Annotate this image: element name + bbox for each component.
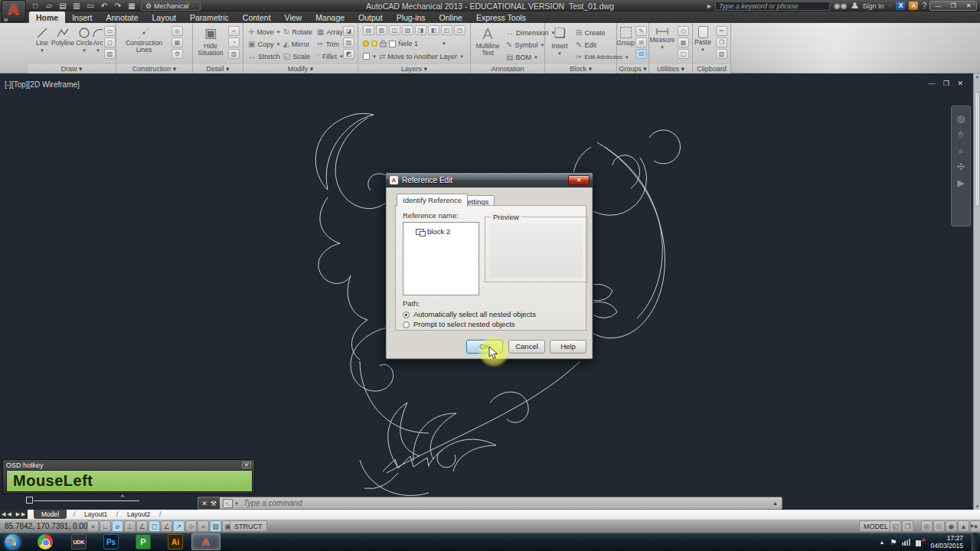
command-input[interactable] <box>239 499 773 507</box>
tab-content[interactable]: Content <box>236 11 278 23</box>
stretch-button[interactable]: ↔Stretch <box>248 51 280 62</box>
osd-close-icon[interactable]: ✕ <box>242 461 251 468</box>
search-expand-icon[interactable]: ▸ <box>707 2 711 10</box>
reference-item-block2[interactable]: block 2 <box>416 227 479 236</box>
layer-off-icon[interactable]: ◧ <box>428 25 439 35</box>
id-point-icon[interactable]: ◇ <box>678 26 689 36</box>
layer-lock-icon[interactable]: ◰ <box>441 25 452 35</box>
start-button[interactable] <box>5 534 21 550</box>
dynamic-input-toggle[interactable]: ＋ <box>198 520 209 532</box>
help-icon[interactable]: ? <box>922 2 926 10</box>
panel-label-detail[interactable]: Detail ▾ <box>193 64 243 73</box>
3d-osnap-toggle[interactable]: ∠ <box>161 520 172 532</box>
match-properties-icon[interactable]: ▧ <box>716 49 727 59</box>
bom-button[interactable]: ▤BOM▼ <box>506 51 538 63</box>
layer-selector[interactable]: Ñele 1 ▼ <box>363 40 446 47</box>
exchange-apps-icon[interactable]: X <box>896 2 905 10</box>
orbit-icon[interactable]: ✣ <box>957 162 965 171</box>
layer-unlock-icon[interactable]: ◳ <box>454 25 466 35</box>
autocad-app-button[interactable]: A M <box>2 0 26 22</box>
lock-ui-icon[interactable]: ⚿︎ <box>933 520 945 532</box>
status-bar-menu-icon[interactable]: ▼ <box>969 523 975 529</box>
sign-in-button[interactable]: Sign In <box>862 2 884 10</box>
tab-insert[interactable]: Insert <box>65 11 99 23</box>
scrollbar-thumb[interactable] <box>975 92 980 207</box>
dialog-close-button[interactable]: ✕ <box>568 175 590 185</box>
detail-zoom-icon[interactable]: ◔ <box>228 37 240 47</box>
save-icon[interactable]: ▤ <box>58 2 67 11</box>
trim-button[interactable]: ✂︎Trim▼ <box>317 38 346 50</box>
fullnav-wheel-icon[interactable]: ◍ <box>957 114 965 123</box>
group-button[interactable]: Group <box>615 24 636 47</box>
tab-parametric[interactable]: Parametric <box>183 11 236 23</box>
layer-isolate-icon[interactable]: ▧ <box>402 25 413 35</box>
edit-hatch-icon[interactable]: ▨ <box>343 37 354 47</box>
tab-model[interactable]: Model <box>34 510 67 519</box>
binoculars-icon[interactable]: ◉◉ <box>834 2 847 10</box>
layer-properties-icon[interactable]: ▤ <box>363 25 374 35</box>
taskbar-udk[interactable]: UDK <box>64 533 93 550</box>
move-button[interactable]: ✛Move▼ <box>248 26 280 37</box>
autodesk360-icon[interactable]: A <box>909 2 918 10</box>
tab-annotate[interactable]: Annotate <box>99 11 145 23</box>
radio-auto-select[interactable]: Automatically select all nested objects <box>403 310 536 318</box>
quick-view-drawings-icon[interactable]: ❐ <box>902 520 913 532</box>
restore-button[interactable]: ❐ <box>946 2 961 10</box>
insert-block-button[interactable]: ❏ Insert▼ <box>547 24 573 57</box>
annotation-scale-icon[interactable]: ◎ <box>921 520 933 532</box>
redo-icon[interactable]: ↷ <box>113 2 122 11</box>
panel-label-layers[interactable]: Layers ▾ <box>358 64 470 73</box>
detail-view-icon[interactable]: ⌐ <box>228 26 240 36</box>
struct-button[interactable]: STRUCT <box>230 520 267 532</box>
sheet-set-icon[interactable]: ▦ <box>127 2 136 11</box>
tab-output[interactable]: Output <box>351 11 390 23</box>
erase-icon[interactable]: ◪ <box>343 26 354 36</box>
help-button[interactable]: Help <box>550 340 586 354</box>
mirror-button[interactable]: ◭Mirror <box>283 38 309 50</box>
osd-slider[interactable]: ^ <box>26 496 141 505</box>
undo-icon[interactable]: ↶ <box>100 2 109 11</box>
snap-mode-toggle[interactable]: ∟ <box>100 520 111 532</box>
scroll-down-icon[interactable]: ▼ <box>974 504 980 509</box>
edit-block-button[interactable]: ✎Edit <box>576 39 596 51</box>
panel-label-utilities[interactable]: Utilities ▾ <box>649 64 692 73</box>
move-to-layer-button[interactable]: ▼ ⇄ Move to Another Layer ▼ <box>363 52 464 60</box>
panel-label-clipboard[interactable]: Clipboard <box>693 64 730 73</box>
viewport-controls[interactable]: [-][Top][2D Wireframe] <box>5 80 80 89</box>
layer-prev-icon[interactable]: ◫ <box>389 25 400 35</box>
volume-muted-icon[interactable] <box>916 538 925 546</box>
scale-button[interactable]: ◱Scale <box>283 51 310 62</box>
tab-home[interactable]: Home <box>29 11 65 23</box>
showmotion-icon[interactable]: ▶ <box>957 178 964 187</box>
scroll-up-icon[interactable]: ▲ <box>974 74 980 79</box>
tab-layout[interactable]: Layout <box>145 11 184 23</box>
sheet-nav-arrows[interactable]: ◀◀ ▶▶ <box>2 510 27 519</box>
dynamic-ucs-toggle[interactable]: ⊹ <box>185 520 197 532</box>
show-desktop-button[interactable] <box>972 533 977 551</box>
save-as-icon[interactable]: ▥ <box>72 2 81 11</box>
ellipse-tool-icon[interactable]: ◻ <box>104 37 116 47</box>
tab-manage[interactable]: Manage <box>309 11 351 23</box>
object-snap-toggle[interactable]: ◻ <box>149 520 160 532</box>
new-file-icon[interactable]: □ <box>31 2 40 11</box>
annotation-visibility-icon[interactable]: ◉ <box>946 520 957 532</box>
taskbar-illustrator[interactable]: Ai <box>161 533 190 550</box>
tab-plugins[interactable]: Plug-ins <box>390 11 433 23</box>
chevron-down-icon[interactable]: ▼ <box>887 4 892 8</box>
panel-label-construction[interactable]: Construction ▾ <box>116 64 192 73</box>
network-icon[interactable] <box>902 538 910 546</box>
cancel-command-icon[interactable]: ✕ <box>201 500 207 507</box>
quick-calc-icon[interactable]: ▦ <box>678 37 689 47</box>
workspace-switcher[interactable]: ⚙ Mechanical ▼ <box>141 2 201 11</box>
taskbar-chrome[interactable] <box>31 533 60 550</box>
polar-tracking-toggle[interactable]: ∠ <box>136 520 148 532</box>
reference-list[interactable]: block 2 <box>403 222 479 295</box>
centerline-cross-icon[interactable]: ▦ <box>172 37 183 47</box>
centerline-icon[interactable]: ◎ <box>172 26 183 36</box>
taskbar-autocad[interactable]: A <box>191 533 220 550</box>
plot-icon[interactable]: ▭ <box>86 2 95 11</box>
osd-slider-handle[interactable] <box>26 497 33 504</box>
lineweight-toggle[interactable]: ▨ <box>210 520 221 532</box>
tray-expand-icon[interactable]: ▲ <box>880 540 885 545</box>
panel-label-annotation[interactable]: Annotation <box>471 64 544 73</box>
